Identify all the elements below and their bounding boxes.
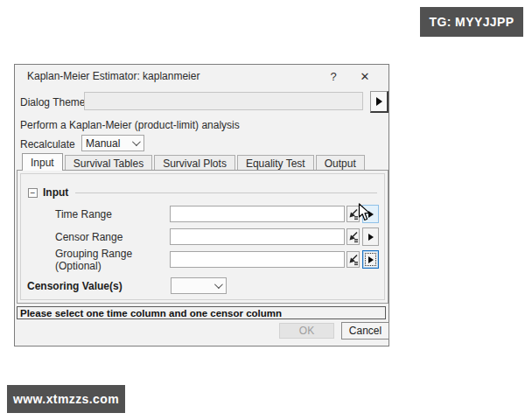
tab-output[interactable]: Output (316, 155, 365, 171)
censoring-values-row: Censoring Value(s) (27, 276, 379, 295)
censoring-values-label: Censoring Value(s) (27, 280, 171, 292)
group-divider (75, 192, 377, 193)
status-message: Please select one time column and one ce… (20, 308, 282, 318)
censor-range-input[interactable] (170, 228, 345, 245)
range-select-icon (348, 231, 359, 243)
tab-content-panel: − Input Time Range (17, 170, 388, 304)
range-select-icon (348, 254, 359, 266)
censoring-values-dropdown[interactable] (171, 277, 227, 294)
flyout-arrow-icon (368, 234, 374, 241)
dialog-titlebar: Kaplan-Meier Estimator: kaplanmeier ? ✕ (15, 65, 388, 88)
help-icon[interactable]: ? (324, 70, 343, 83)
recalculate-dropdown[interactable]: Manual (81, 135, 144, 151)
chevron-down-icon (214, 280, 223, 289)
dialog-theme-label: Dialog Theme (20, 96, 85, 108)
time-range-row: Time Range (55, 205, 379, 223)
grouping-range-label: Grouping Range (Optional) (55, 248, 170, 272)
ok-button[interactable]: OK (279, 323, 334, 339)
collapse-icon[interactable]: − (28, 188, 38, 198)
recalculate-label: Recalculate (20, 138, 75, 150)
dialog-title: Kaplan-Meier Estimator: kaplanmeier (27, 70, 324, 82)
site-watermark: www.xtmzzs.com (7, 385, 125, 413)
tab-equality-test[interactable]: Equality Test (237, 155, 314, 171)
status-bar: Please select one time column and one ce… (17, 306, 386, 319)
grouping-range-row: Grouping Range (Optional) (55, 250, 379, 269)
screen: { "overlays": { "tg_label": "TG: MYYJJPP… (0, 0, 525, 420)
close-icon[interactable]: ✕ (355, 70, 374, 83)
grouping-range-select-button[interactable] (346, 251, 360, 268)
censor-range-row: Censor Range (55, 228, 379, 246)
cancel-button[interactable]: Cancel (341, 322, 389, 340)
flyout-arrow-icon (368, 256, 374, 263)
kaplan-meier-dialog: Kaplan-Meier Estimator: kaplanmeier ? ✕ … (14, 64, 389, 346)
dialog-description: Perform a Kaplan-Meier (product-limit) a… (20, 119, 240, 131)
mouse-cursor-icon (358, 203, 371, 222)
input-group-header: − Input (28, 186, 377, 199)
censor-range-flyout-button[interactable] (362, 228, 379, 246)
flyout-arrow-icon (376, 97, 382, 106)
range-select-icon (348, 208, 359, 220)
censor-range-select-button[interactable] (346, 228, 360, 245)
tab-input[interactable]: Input (22, 153, 63, 171)
time-range-input[interactable] (170, 206, 345, 222)
tab-survival-tables[interactable]: Survival Tables (65, 155, 152, 171)
recalculate-value: Manual (86, 137, 132, 150)
chevron-down-icon (132, 137, 141, 146)
dialog-theme-input[interactable] (84, 92, 363, 110)
censor-range-label: Censor Range (55, 231, 170, 243)
tg-watermark: TG: MYYJJPP (420, 7, 523, 37)
time-range-label: Time Range (55, 208, 170, 220)
tab-bar: Input Survival Tables Survival Plots Equ… (22, 154, 382, 171)
grouping-range-input[interactable] (170, 251, 345, 268)
input-tab-page: − Input Time Range (20, 173, 385, 300)
tab-survival-plots[interactable]: Survival Plots (154, 155, 235, 171)
input-group-title: Input (43, 186, 68, 199)
dialog-theme-flyout-button[interactable] (370, 91, 388, 113)
grouping-range-flyout-button[interactable] (362, 250, 379, 269)
